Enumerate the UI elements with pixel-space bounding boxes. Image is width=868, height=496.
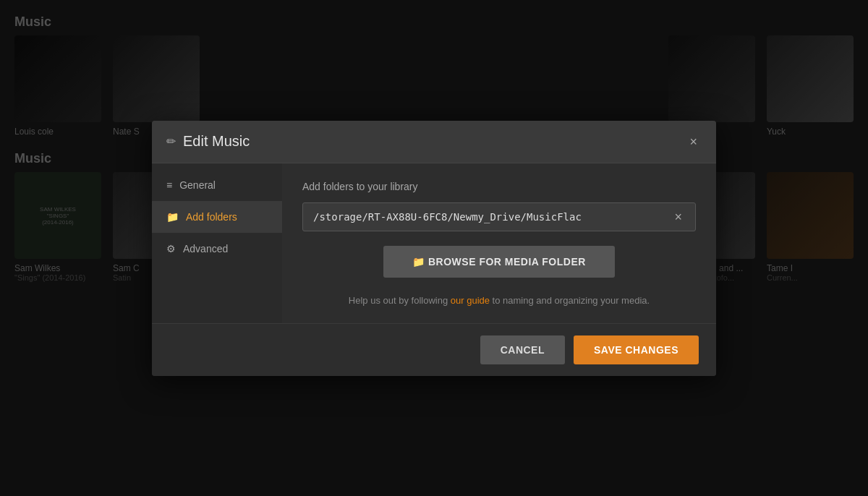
folder-icon: 📁	[166, 211, 179, 223]
gear-icon: ⚙	[166, 243, 176, 255]
save-changes-button[interactable]: SAVE CHANGES	[574, 335, 699, 364]
browse-button-label: BROWSE FOR MEDIA FOLDER	[428, 256, 586, 268]
nav-item-advanced[interactable]: ⚙ Advanced	[152, 233, 282, 265]
modal-nav: ≡ General 📁 Add folders ⚙ Advanced	[152, 163, 282, 323]
help-text: Help us out by following our guide to na…	[302, 295, 696, 306]
folder-row: /storage/RT-AX88U-6FC8/Newmy_Drive/Music…	[302, 202, 696, 231]
cancel-button[interactable]: CANCEL	[480, 335, 565, 364]
nav-label-general: General	[179, 179, 216, 191]
nav-label-advanced: Advanced	[183, 243, 228, 255]
our-guide-link[interactable]: our guide	[451, 295, 490, 306]
folder-clear-button[interactable]: ×	[671, 210, 685, 223]
nav-item-add-folders[interactable]: 📁 Add folders	[152, 201, 282, 233]
edit-music-modal: ✏ Edit Music × ≡ General 📁 Add folders ⚙…	[152, 121, 716, 376]
modal-header: ✏ Edit Music ×	[152, 121, 716, 163]
modal-close-button[interactable]: ×	[685, 132, 702, 151]
modal-content: Add folders to your library /storage/RT-…	[282, 163, 716, 323]
modal-title: Edit Music	[183, 133, 250, 150]
browse-folder-icon: 📁	[412, 256, 425, 268]
modal-header-left: ✏ Edit Music	[166, 133, 250, 150]
help-text-before: Help us out by following	[349, 295, 451, 306]
hamburger-icon: ≡	[166, 179, 172, 191]
browse-media-folder-button[interactable]: 📁 BROWSE FOR MEDIA FOLDER	[383, 246, 615, 278]
folder-path-text: /storage/RT-AX88U-6FC8/Newmy_Drive/Music…	[313, 211, 671, 223]
add-folders-label: Add folders to your library	[302, 181, 696, 192]
pencil-icon: ✏	[166, 134, 176, 148]
modal-backdrop: ✏ Edit Music × ≡ General 📁 Add folders ⚙…	[0, 0, 868, 496]
help-text-after: to naming and organizing your media.	[490, 295, 650, 306]
nav-label-add-folders: Add folders	[186, 211, 237, 223]
modal-footer: CANCEL SAVE CHANGES	[152, 323, 716, 376]
modal-body: ≡ General 📁 Add folders ⚙ Advanced Add f…	[152, 163, 716, 323]
nav-item-general[interactable]: ≡ General	[152, 169, 282, 201]
